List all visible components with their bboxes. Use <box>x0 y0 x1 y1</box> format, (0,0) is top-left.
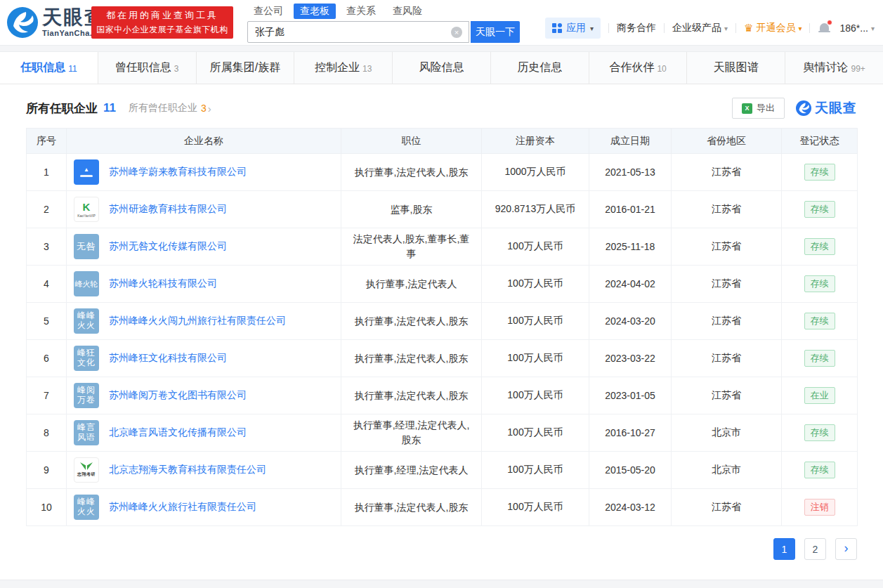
company-link[interactable]: 苏州峰阅万卷文化图书有限公司 <box>109 389 247 402</box>
tab[interactable]: 任职信息11 <box>0 52 98 84</box>
cell-company: 峰阅万卷苏州峰阅万卷文化图书有限公司 <box>67 377 341 414</box>
column-header: 企业名称 <box>67 129 341 154</box>
tab-count: 99+ <box>851 64 865 74</box>
cell-capital: 100万人民币 <box>482 414 589 452</box>
cell-index: 1 <box>27 154 67 191</box>
search-tab[interactable]: 查风险 <box>386 4 429 19</box>
position-text: 执行董事,法定代表人,股东 <box>341 314 481 329</box>
table-row: 2KKaoYanVIP苏州研途教育科技有限公司监事,股东920.8713万人民币… <box>27 191 858 228</box>
nav-item-business-cooperation[interactable]: 商务合作 <box>617 22 656 34</box>
tab[interactable]: 舆情讨论99+ <box>785 52 883 84</box>
search-button[interactable]: 天眼一下 <box>471 21 520 43</box>
apps-label: 应用 <box>566 22 586 34</box>
account-phone: 186*... <box>839 22 868 34</box>
tianyancha-watermark: 天眼查 <box>796 99 857 117</box>
search-tab[interactable]: 查关系 <box>340 4 382 19</box>
tab[interactable]: 历史信息 <box>491 52 589 84</box>
cell-capital: 100万人民币 <box>482 303 589 340</box>
apps-menu-button[interactable]: 应用 ▾ <box>545 18 601 39</box>
company-logo: ▲ <box>74 159 99 185</box>
cell-capital: 100万人民币 <box>482 340 589 377</box>
cell-position: 监事,股东 <box>341 191 482 228</box>
cell-capital: 100万人民币 <box>482 228 589 266</box>
page-button[interactable]: 2 <box>804 538 826 560</box>
cell-position: 执行董事,法定代表人,股东 <box>341 377 482 414</box>
cell-date: 2023-03-22 <box>589 340 672 377</box>
notification-bell-icon[interactable] <box>818 21 832 35</box>
tab-label: 风险信息 <box>419 60 464 75</box>
company-link[interactable]: 北京志翔海天教育科技有限责任公司 <box>109 464 266 476</box>
tab[interactable]: 风险信息 <box>393 52 491 84</box>
cell-date: 2023-01-05 <box>589 377 672 414</box>
cell-status: 在业 <box>782 377 858 414</box>
section-count: 11 <box>103 101 116 115</box>
cell-index: 6 <box>27 340 67 377</box>
page-button[interactable]: 1 <box>773 538 795 560</box>
company-logo: KKaoYanVIP <box>74 197 99 222</box>
company-link[interactable]: 苏州研途教育科技有限公司 <box>109 203 227 216</box>
cell-position: 执行董事,法定代表人,股东 <box>341 489 482 526</box>
vip-upgrade-button[interactable]: ♛ 开通会员 ▾ <box>744 22 802 34</box>
promo-banner: 都在用的商业查询工具 国家中小企业发展子基金旗下机构 <box>91 6 233 39</box>
column-header: 职位 <box>341 129 482 154</box>
apps-grid-icon <box>552 23 562 33</box>
company-cell: 峰阅万卷苏州峰阅万卷文化图书有限公司 <box>67 383 341 408</box>
company-link[interactable]: 苏州峰狂文化科技有限公司 <box>109 352 227 365</box>
company-link[interactable]: 苏州峰学蔚来教育科技有限公司 <box>109 166 247 178</box>
cell-company: KKaoYanVIP苏州研途教育科技有限公司 <box>67 191 341 228</box>
cell-date: 2024-03-20 <box>589 303 672 340</box>
cell-region: 江苏省 <box>672 228 782 266</box>
logo-text: 无咎 <box>77 242 96 252</box>
export-button[interactable]: X 导出 <box>732 98 785 119</box>
company-link[interactable]: 苏州峰峰火火旅行社有限责任公司 <box>109 501 256 514</box>
divider <box>735 23 736 33</box>
header-divider-strip <box>0 45 883 52</box>
company-cell: 无咎苏州无咎文化传媒有限公司 <box>67 234 341 259</box>
cell-capital: 100万人民币 <box>482 266 589 303</box>
tab-label: 任职信息 <box>20 60 65 75</box>
cell-capital: 920.8713万人民币 <box>482 191 589 228</box>
search-input[interactable] <box>247 21 469 43</box>
promo-line1: 都在用的商业查询工具 <box>106 9 218 22</box>
tab[interactable]: 合作伙伴10 <box>589 52 688 84</box>
position-text: 执行董事,法定代表人 <box>341 277 481 292</box>
nav-item-enterprise-products[interactable]: 企业级产品 ▾ <box>672 22 728 34</box>
cell-status: 存续 <box>782 452 858 489</box>
tab[interactable]: 控制企业13 <box>294 52 393 84</box>
next-page-button[interactable]: › <box>835 538 857 560</box>
position-text: 执行董事,法定代表人,股东 <box>341 388 481 403</box>
company-link[interactable]: 北京峰言风语文化传播有限公司 <box>109 426 247 439</box>
company-link[interactable]: 苏州峰峰火火闯九州旅行社有限责任公司 <box>109 315 286 327</box>
company-table: 序号企业名称职位注册资本成立日期省份地区登记状态 1▲苏州峰学蔚来教育科技有限公… <box>26 128 858 526</box>
table-row: 3无咎苏州无咎文化传媒有限公司法定代表人,股东,董事长,董事100万人民币202… <box>27 228 858 266</box>
tab[interactable]: 所属集团/族群 <box>197 52 295 84</box>
account-phone-menu[interactable]: 186*... ▾ <box>839 22 875 34</box>
status-badge: 存续 <box>804 462 835 478</box>
company-link[interactable]: 苏州无咎文化传媒有限公司 <box>109 240 227 253</box>
company-link[interactable]: 苏州峰火轮科技有限公司 <box>109 277 217 290</box>
cell-region: 江苏省 <box>672 303 782 340</box>
tianyancha-swirl-icon <box>796 100 811 116</box>
tab-count: 11 <box>68 64 77 74</box>
tab-count: 3 <box>174 64 179 74</box>
tab[interactable]: 天眼图谱 <box>687 52 785 84</box>
company-cell: ▲苏州峰学蔚来教育科技有限公司 <box>67 159 341 185</box>
tab[interactable]: 曾任职信息3 <box>98 52 197 84</box>
promo-line2: 国家中小企业发展子基金旗下机构 <box>96 24 228 36</box>
clear-input-icon[interactable]: × <box>451 27 462 38</box>
tab-count: 10 <box>657 64 666 74</box>
table-row: 8峰言风语北京峰言风语文化传播有限公司执行董事,经理,法定代表人,股东100万人… <box>27 414 858 452</box>
triangle-mark-icon: ▲ <box>84 167 89 173</box>
position-text: 法定代表人,股东,董事长,董事 <box>341 232 481 261</box>
divider <box>664 23 665 33</box>
search-tab[interactable]: 查公司 <box>247 4 289 19</box>
search-tab-row: 查公司查老板查关系查风险 <box>247 3 520 20</box>
search-tab[interactable]: 查老板 <box>294 4 336 19</box>
former-positions-link[interactable]: 所有曾任职企业 3 › <box>129 102 211 115</box>
column-header: 注册资本 <box>482 129 589 154</box>
export-label: 导出 <box>757 102 775 115</box>
cell-date: 2016-01-21 <box>589 191 672 228</box>
top-header: 天眼查 TianYanCha.com 都在用的商业查询工具 国家中小企业发展子基… <box>0 0 883 45</box>
logo-text: 风语 <box>77 433 96 443</box>
logo-text: 峰峰 <box>77 311 96 321</box>
